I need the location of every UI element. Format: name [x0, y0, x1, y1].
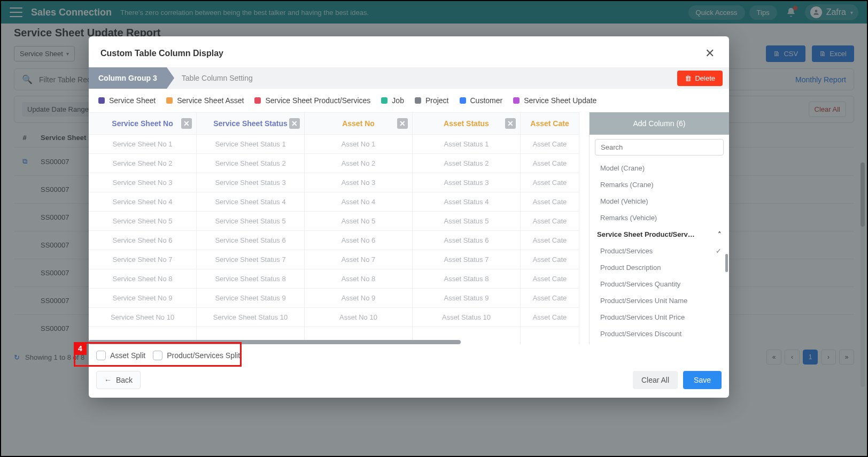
column-header[interactable]: Asset Status✕	[413, 112, 520, 135]
breadcrumb-active[interactable]: Column Group 3	[89, 67, 167, 89]
available-column-item[interactable]: Product Description	[590, 259, 729, 276]
preview-cell: Asset No 10	[305, 308, 412, 327]
legend-label: Service Sheet Asset	[177, 96, 244, 105]
add-column-panel: Add Column (6) Model (Crane)Remarks (Cra…	[589, 112, 729, 344]
preview-cell: Asset Status 10	[413, 308, 520, 327]
preview-cell: Service Sheet Status 7	[197, 250, 304, 269]
preview-column: Asset No✕Asset No 1Asset No 2Asset No 3A…	[305, 112, 413, 344]
preview-cell: Service Sheet Status 1	[197, 135, 304, 154]
preview-cell: Service Sheet No 8	[89, 269, 196, 289]
trash-icon: 🗑	[685, 74, 692, 82]
arrow-left-icon: ←	[104, 376, 112, 384]
legend-label: Service Sheet	[109, 96, 156, 105]
preview-cell: Asset Status 6	[413, 231, 520, 250]
legend-label: Service Sheet Product/Services	[265, 96, 370, 105]
column-header[interactable]: Asset No✕	[305, 112, 412, 135]
preview-cell: Service Sheet Status 6	[197, 231, 304, 250]
preview-cell: Asset Cate	[521, 154, 579, 173]
horizontal-scrollbar[interactable]	[89, 340, 449, 344]
legend-label: Job	[392, 96, 404, 105]
legend-item: Service Sheet Product/Services	[254, 96, 370, 105]
preview-cell: Asset No 1	[305, 135, 412, 154]
available-column-item[interactable]: Product/Services Unit Name	[590, 292, 729, 309]
preview-cell: Asset Cate	[521, 308, 579, 327]
preview-cell: Asset Cate	[521, 173, 579, 192]
back-button[interactable]: ← Back	[96, 371, 141, 389]
side-scrollbar[interactable]	[725, 254, 728, 272]
preview-cell: Asset Status 5	[413, 212, 520, 231]
preview-cell: Service Sheet No 1	[89, 135, 196, 154]
legend-dot	[381, 97, 387, 104]
preview-cell: Asset Status 3	[413, 173, 520, 192]
legend-label: Customer	[470, 96, 503, 105]
available-column-item[interactable]: Product/Services Discount	[590, 326, 729, 342]
preview-cell: Service Sheet No 4	[89, 192, 196, 212]
preview-cell: Service Sheet Status 3	[197, 173, 304, 192]
available-column-item[interactable]: Product/Services Quantity	[590, 276, 729, 292]
remove-column-icon[interactable]: ✕	[289, 118, 300, 129]
legend: Service SheetService Sheet AssetService …	[89, 89, 729, 112]
preview-cell: Service Sheet No 5	[89, 212, 196, 231]
preview-cell: Asset Status 1	[413, 135, 520, 154]
check-icon: ✓	[716, 247, 722, 255]
legend-dot	[415, 97, 421, 104]
legend-item: Service Sheet Update	[513, 96, 596, 105]
preview-cell: Asset No 2	[305, 154, 412, 173]
preview-cell: Asset Status 4	[413, 192, 520, 212]
legend-label: Project	[425, 96, 449, 105]
save-button[interactable]: Save	[683, 371, 722, 389]
annotation-badge: 4	[74, 342, 87, 355]
asset-split-checkbox[interactable]: Asset Split	[96, 351, 145, 360]
preview-cell: Service Sheet Status 5	[197, 212, 304, 231]
preview-cell: Service Sheet Status 4	[197, 192, 304, 212]
legend-item: Customer	[460, 96, 503, 105]
checkbox-icon	[153, 351, 162, 360]
column-group-header[interactable]: Service Sheet Product/Serv…˄	[590, 226, 729, 243]
preview-column: Asset CateAsset CateAsset CateAsset Cate…	[521, 112, 579, 344]
preview-cell: Service Sheet Status 10	[197, 308, 304, 327]
preview-cell: Service Sheet Status 9	[197, 289, 304, 308]
preview-cell: Asset No 6	[305, 231, 412, 250]
add-column-header: Add Column (6)	[590, 112, 729, 135]
available-column-item[interactable]: Remarks (Vehicle)	[590, 210, 729, 226]
column-search-input[interactable]	[595, 139, 724, 156]
available-column-item[interactable]: Remarks (Crane)	[590, 176, 729, 193]
chevron-up-icon: ˄	[718, 230, 722, 238]
legend-dot	[166, 97, 173, 104]
breadcrumb-next[interactable]: Table Column Setting	[182, 74, 253, 82]
remove-column-icon[interactable]: ✕	[181, 118, 192, 129]
preview-column: Asset Status✕Asset Status 1Asset Status …	[413, 112, 521, 344]
product-services-split-checkbox[interactable]: Product/Services Split	[153, 351, 240, 360]
preview-cell: Asset No 5	[305, 212, 412, 231]
preview-cell: Asset No 8	[305, 269, 412, 289]
preview-cell: Asset Status 8	[413, 269, 520, 289]
preview-cell: Service Sheet Status 2	[197, 154, 304, 173]
preview-cell: Asset Cate	[521, 231, 579, 250]
preview-cell: Asset Cate	[521, 269, 579, 289]
preview-cell: Asset Cate	[521, 135, 579, 154]
delete-button[interactable]: 🗑 Delete	[677, 71, 723, 86]
column-header[interactable]: Service Sheet Status✕	[197, 112, 304, 135]
preview-cell: Asset No 7	[305, 250, 412, 269]
remove-column-icon[interactable]: ✕	[505, 118, 516, 129]
legend-dot	[513, 97, 520, 104]
remove-column-icon[interactable]: ✕	[397, 118, 408, 129]
column-header[interactable]: Asset Cate	[521, 112, 579, 135]
preview-cell: Asset No 3	[305, 173, 412, 192]
preview-cell: Service Sheet No 3	[89, 173, 196, 192]
preview-column: Service Sheet Status✕Service Sheet Statu…	[197, 112, 305, 344]
legend-item: Project	[415, 96, 449, 105]
available-column-item[interactable]: Product/Services Unit Price	[590, 309, 729, 326]
preview-cell: Asset Status 7	[413, 250, 520, 269]
preview-cell: Asset Status 2	[413, 154, 520, 173]
preview-column: Service Sheet No✕Service Sheet No 1Servi…	[89, 112, 197, 344]
legend-dot	[98, 97, 105, 104]
legend-item: Service Sheet Asset	[166, 96, 244, 105]
column-header[interactable]: Service Sheet No✕	[89, 112, 196, 135]
available-column-item[interactable]: Model (Vehicle)	[590, 193, 729, 210]
preview-cell: Asset No 9	[305, 289, 412, 308]
available-column-item[interactable]: Product/Services✓	[590, 243, 729, 259]
close-icon[interactable]: ✕	[702, 46, 717, 61]
available-column-item[interactable]: Model (Crane)	[590, 160, 729, 176]
clear-all-button[interactable]: Clear All	[633, 371, 678, 389]
